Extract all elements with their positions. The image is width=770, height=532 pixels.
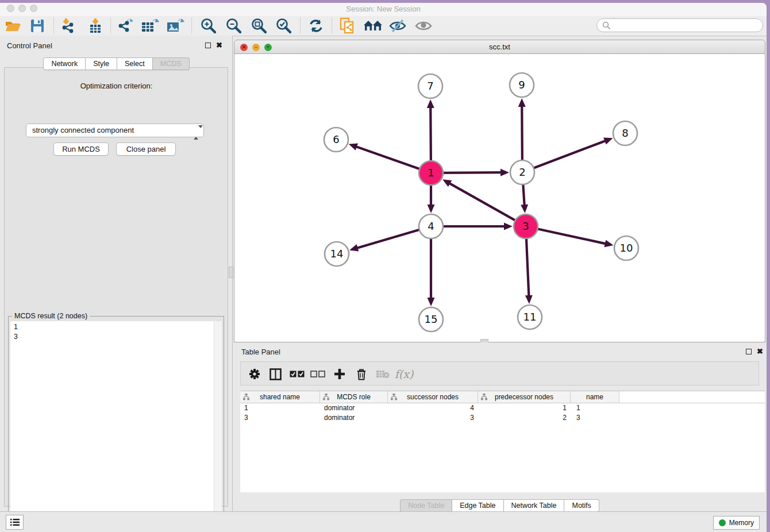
network-window-titlebar[interactable]: ✕ − + scc.txt xyxy=(234,40,765,54)
graph-node-11[interactable]: 11 xyxy=(518,305,542,329)
graph-node-3[interactable]: 3 xyxy=(514,214,538,238)
tab-style[interactable]: Style xyxy=(86,57,117,70)
table-cell[interactable]: 3 xyxy=(240,413,320,423)
run-mcds-button[interactable]: Run MCDS xyxy=(53,142,109,156)
graph-edge-3-10[interactable] xyxy=(537,229,607,244)
close-panel-button[interactable]: Close panel xyxy=(116,142,176,156)
graph-node-8[interactable]: 8 xyxy=(613,121,637,145)
column-visibility-button[interactable] xyxy=(266,365,284,383)
graph-node-14[interactable]: 14 xyxy=(325,242,349,266)
new-network-from-selection-button[interactable] xyxy=(337,17,358,34)
table-cell[interactable]: dominator xyxy=(320,413,388,423)
column-header-predecessor-nodes[interactable]: predecessor nodes xyxy=(478,391,571,403)
zoom-selected-button[interactable] xyxy=(273,17,294,34)
table-cell[interactable]: 3 xyxy=(388,413,478,423)
graph-edge-1-6[interactable] xyxy=(355,147,421,169)
table-row[interactable]: 1dominator411 xyxy=(240,403,765,413)
graph-edge-3-11[interactable] xyxy=(526,237,529,297)
network-close-icon[interactable]: ✕ xyxy=(240,44,248,51)
import-table-button[interactable] xyxy=(85,17,106,34)
delete-rows-button[interactable] xyxy=(352,365,371,383)
graph-edge-4-14[interactable] xyxy=(356,229,421,248)
export-network-icon xyxy=(117,18,134,34)
graph-edge-1-7[interactable] xyxy=(430,106,431,162)
show-all-button[interactable] xyxy=(413,17,434,34)
float-panel-icon[interactable] xyxy=(205,43,211,48)
table-cell[interactable]: 1 xyxy=(478,403,571,413)
save-floppy-icon xyxy=(30,19,44,33)
zoom-selected-icon xyxy=(275,18,291,34)
graph-node-4[interactable]: 4 xyxy=(419,214,443,238)
graph-node-10[interactable]: 10 xyxy=(614,236,638,260)
add-row-button[interactable] xyxy=(330,365,349,383)
table-cell[interactable]: 1 xyxy=(571,403,619,413)
refresh-view-button[interactable] xyxy=(306,17,326,34)
graph-node-2[interactable]: 2 xyxy=(510,160,534,184)
tab-node-table[interactable]: Node Table xyxy=(400,499,452,512)
table-cell[interactable]: 3 xyxy=(571,413,619,423)
tab-motifs[interactable]: Motifs xyxy=(564,499,599,512)
network-maximize-icon[interactable]: + xyxy=(264,44,272,51)
node-table: shared nameMCDS rolesuccessor nodesprede… xyxy=(240,391,765,492)
graph-edge-1-2[interactable] xyxy=(442,172,502,173)
minimize-window-icon[interactable] xyxy=(18,5,26,12)
dropdown-stepper-icon xyxy=(194,126,199,139)
network-minimize-icon[interactable]: − xyxy=(252,44,260,51)
export-network-button[interactable] xyxy=(115,17,136,34)
graph-edge-2-9[interactable] xyxy=(522,105,522,161)
zoom-in-button[interactable] xyxy=(198,17,218,34)
table-cell[interactable]: 4 xyxy=(388,403,478,413)
float-panel-icon[interactable] xyxy=(746,349,752,354)
task-history-button[interactable] xyxy=(6,515,24,530)
graph-edge-2-3[interactable] xyxy=(523,183,525,206)
tab-edge-table[interactable]: Edge Table xyxy=(452,499,503,512)
function-builder-button-disabled[interactable]: f(x) xyxy=(395,365,413,383)
maximize-window-icon[interactable] xyxy=(30,5,37,12)
hide-selected-button[interactable] xyxy=(387,17,408,34)
table-cell[interactable]: 1 xyxy=(240,403,320,413)
table-row[interactable]: 3dominator323 xyxy=(240,413,765,423)
export-table-button[interactable] xyxy=(140,17,160,34)
graph-node-9[interactable]: 9 xyxy=(510,73,534,97)
table-settings-button[interactable] xyxy=(245,365,264,383)
table-cell[interactable]: 2 xyxy=(478,413,571,423)
tab-mcds[interactable]: MCDS xyxy=(153,57,190,70)
deselect-all-button[interactable] xyxy=(309,365,327,383)
mcds-result-textarea[interactable]: 1 3 xyxy=(10,321,222,532)
zoom-out-button[interactable] xyxy=(223,17,244,34)
graph-edge-2-8[interactable] xyxy=(533,140,607,168)
tab-network-table[interactable]: Network Table xyxy=(504,499,565,512)
criterion-dropdown[interactable]: strongly connected component xyxy=(26,124,204,137)
graph-edge-3-1[interactable] xyxy=(448,183,516,221)
close-window-icon[interactable] xyxy=(7,5,14,12)
open-file-button[interactable] xyxy=(3,17,24,34)
column-header-shared-name[interactable]: shared name xyxy=(240,391,320,403)
memory-button[interactable]: Memory xyxy=(713,516,760,530)
vertical-splitter-grip[interactable] xyxy=(229,267,233,278)
column-label: predecessor nodes xyxy=(495,393,553,401)
tab-network[interactable]: Network xyxy=(43,57,86,70)
export-image-button[interactable] xyxy=(165,17,186,34)
graph-node-15[interactable]: 15 xyxy=(419,307,443,331)
zoom-fit-button[interactable] xyxy=(248,17,269,34)
result-scrollbar[interactable] xyxy=(214,321,222,532)
table-cell[interactable]: dominator xyxy=(320,403,388,413)
search-input[interactable] xyxy=(614,20,763,31)
first-neighbors-button[interactable] xyxy=(363,17,383,34)
graph-node-7[interactable]: 7 xyxy=(418,74,442,98)
graph-node-1[interactable]: 1 xyxy=(419,161,443,185)
column-header-successor-nodes[interactable]: successor nodes xyxy=(388,391,478,403)
close-panel-icon[interactable]: ✖ xyxy=(757,349,763,354)
column-header-name[interactable]: name xyxy=(571,391,619,403)
close-panel-icon[interactable]: ✖ xyxy=(216,43,222,48)
tab-select[interactable]: Select xyxy=(117,57,153,70)
column-header-MCDS-role[interactable]: MCDS role xyxy=(320,391,388,403)
delete-table-button-disabled[interactable] xyxy=(374,365,392,383)
network-canvas[interactable]: 7968124314101511 xyxy=(234,54,765,342)
import-network-button[interactable] xyxy=(57,17,78,34)
select-all-button[interactable] xyxy=(288,365,306,383)
node-label: 15 xyxy=(425,313,438,325)
save-session-button[interactable] xyxy=(27,17,48,34)
graph-node-6[interactable]: 6 xyxy=(324,128,348,152)
import-table-icon xyxy=(87,18,103,34)
